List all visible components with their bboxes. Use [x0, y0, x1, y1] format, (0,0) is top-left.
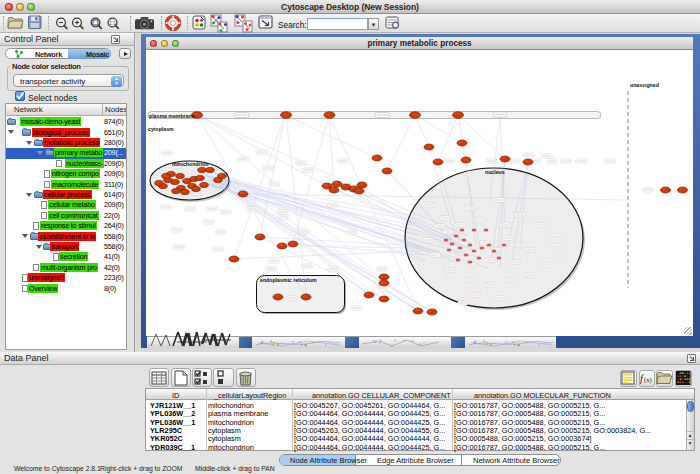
- svg-text:plasma membrane: plasma membrane: [149, 113, 195, 119]
- svg-text:unassigned: unassigned: [630, 82, 659, 88]
- svg-text:1:1: 1:1: [109, 21, 116, 26]
- svg-text:nucleus: nucleus: [485, 169, 505, 175]
- svg-text:cytoplasm: cytoplasm: [148, 126, 174, 132]
- svg-text:mitochondrion: mitochondrion: [172, 161, 208, 167]
- svg-text:endoplasmic reticulum: endoplasmic reticulum: [260, 277, 317, 283]
